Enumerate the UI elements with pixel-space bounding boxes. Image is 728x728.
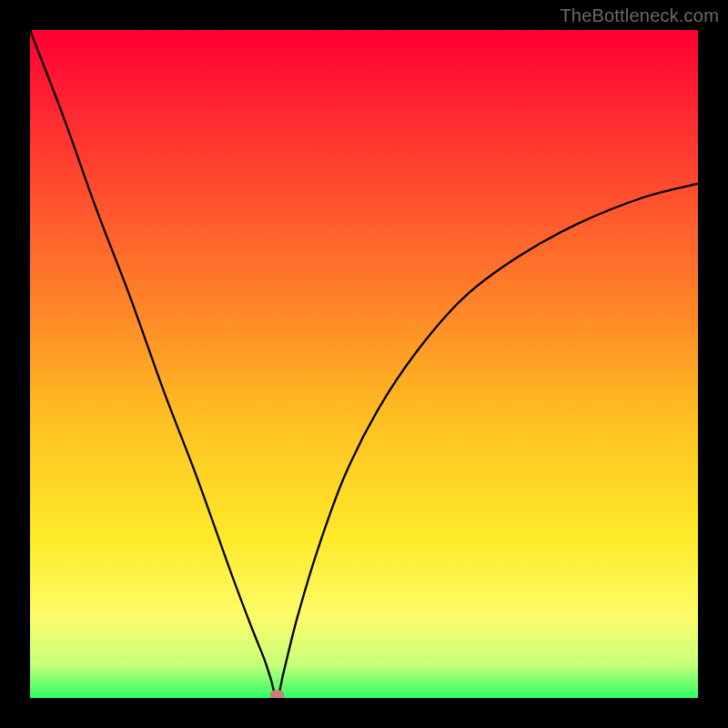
bottleneck-plot <box>30 30 698 698</box>
gradient-background <box>30 30 698 698</box>
watermark: TheBottleneck.com <box>560 5 719 26</box>
chart-container: TheBottleneck.com <box>0 0 728 728</box>
